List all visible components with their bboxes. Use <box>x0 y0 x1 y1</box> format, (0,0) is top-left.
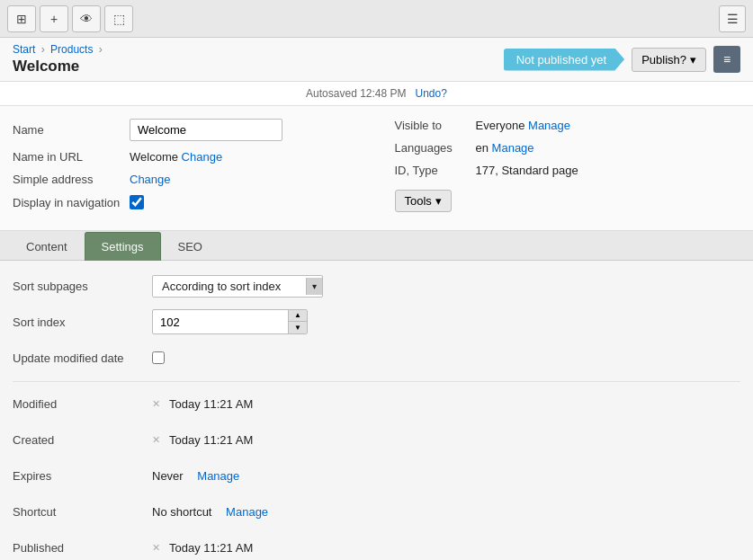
update-modified-row: Update modified date <box>13 345 740 370</box>
display-in-nav-row: Display in navigation <box>13 195 359 209</box>
update-modified-checkbox[interactable] <box>152 351 165 364</box>
display-in-nav-checkbox[interactable] <box>130 195 144 209</box>
modified-value: ✕ Today 11:21 AM <box>152 397 253 411</box>
breadcrumb-area: Start › Products › Welcome <box>13 43 105 76</box>
visible-to-label: Visible to <box>395 119 476 132</box>
main-form: Name Name in URL Welcome Change Simple a… <box>0 106 753 231</box>
publish-button[interactable]: Publish? ▾ <box>632 48 706 72</box>
sort-select-text: According to sort index <box>153 276 306 297</box>
created-value: ✕ Today 11:21 AM <box>152 433 253 447</box>
publish-label: Publish? <box>641 53 686 67</box>
toolbar: ⊞ + 👁 ⬚ ☰ <box>0 0 753 38</box>
modified-row: Modified ✕ Today 11:21 AM <box>13 391 740 416</box>
published-label: Published <box>13 541 152 555</box>
menu-icon: ☰ <box>727 12 739 26</box>
id-type-label: ID, Type <box>395 164 476 177</box>
created-clear-icon[interactable]: ✕ <box>152 434 160 446</box>
image-button[interactable]: ⬚ <box>104 5 133 32</box>
languages-manage-link[interactable]: Manage <box>492 141 534 155</box>
expires-row: Expires Never Manage <box>13 463 740 488</box>
name-in-url-label: Name in URL <box>13 150 130 164</box>
sort-subpages-label: Sort subpages <box>13 280 152 293</box>
breadcrumb: Start › Products › <box>13 43 105 56</box>
sort-index-row: Sort index ▲ ▼ <box>13 309 740 334</box>
sort-index-container: ▲ ▼ <box>152 309 308 334</box>
simple-address-row: Simple address Change <box>13 173 359 186</box>
id-type-row: ID, Type 177, Standard page <box>395 164 741 177</box>
visible-to-value: Everyone <box>476 119 525 132</box>
tab-seo[interactable]: SEO <box>161 232 220 261</box>
breadcrumb-products[interactable]: Products <box>50 43 93 56</box>
id-type-value: 177, Standard page <box>476 164 578 177</box>
name-in-url-change-link[interactable]: Change <box>182 150 223 164</box>
update-modified-value <box>152 351 165 364</box>
image-icon: ⬚ <box>113 12 125 26</box>
add-button[interactable]: + <box>40 5 68 32</box>
divider1 <box>13 381 740 382</box>
sort-index-input[interactable] <box>153 312 288 333</box>
expires-manage-link[interactable]: Manage <box>197 469 239 483</box>
preview-button[interactable]: 👁 <box>72 5 101 32</box>
shortcut-text: No shortcut <box>152 505 211 519</box>
sort-index-value: ▲ ▼ <box>152 309 308 334</box>
name-in-url-value: Welcome <box>130 150 178 164</box>
not-published-badge: Not published yet <box>504 49 624 71</box>
spin-down-button[interactable]: ▼ <box>289 322 307 333</box>
published-row: Published ✕ Today 11:21 AM <box>13 535 740 560</box>
simple-address-change-link[interactable]: Change <box>130 173 171 186</box>
form-right: Visible to Everyone Manage Languages en … <box>395 119 741 221</box>
expires-value: Never Manage <box>152 469 239 483</box>
publish-area: Not published yet Publish? ▾ ≡ <box>504 46 740 73</box>
update-modified-label: Update modified date <box>13 351 152 365</box>
modified-clear-icon[interactable]: ✕ <box>152 398 160 410</box>
display-in-nav-label: Display in navigation <box>13 196 130 209</box>
languages-row: Languages en Manage <box>395 141 741 155</box>
languages-label: Languages <box>395 141 476 155</box>
created-row: Created ✕ Today 11:21 AM <box>13 427 740 452</box>
simple-address-label: Simple address <box>13 173 130 186</box>
tab-content[interactable]: Content <box>9 232 85 261</box>
autosave-bar: Autosaved 12:48 PM Undo? <box>0 82 753 106</box>
published-value: ✕ Today 11:21 AM <box>152 541 253 555</box>
undo-link[interactable]: Undo? <box>416 87 447 100</box>
expires-text: Never <box>152 469 184 483</box>
visible-manage-link[interactable]: Manage <box>528 119 570 132</box>
breadcrumb-sep1: › <box>41 43 45 56</box>
tools-arrow-icon: ▾ <box>435 194 442 208</box>
breadcrumb-start[interactable]: Start <box>13 43 35 56</box>
shortcut-manage-link[interactable]: Manage <box>226 505 268 519</box>
name-input[interactable] <box>130 119 282 141</box>
spin-buttons: ▲ ▼ <box>288 310 307 333</box>
grid-button[interactable]: ⊞ <box>7 5 36 32</box>
menu-button[interactable]: ☰ <box>719 5 746 32</box>
list-view-button[interactable]: ≡ <box>713 46 740 73</box>
expires-label: Expires <box>13 469 152 483</box>
sort-subpages-value: According to sort index ▾ <box>152 275 323 298</box>
spin-up-button[interactable]: ▲ <box>289 310 307 322</box>
tools-button[interactable]: Tools ▾ <box>395 190 452 212</box>
published-clear-icon[interactable]: ✕ <box>152 542 160 554</box>
settings-content: Sort subpages According to sort index ▾ … <box>0 261 753 560</box>
name-row: Name <box>13 119 359 141</box>
page-header: Start › Products › Welcome Not published… <box>0 38 753 82</box>
eye-icon: 👁 <box>80 12 93 26</box>
shortcut-value: No shortcut Manage <box>152 505 268 519</box>
sort-index-label: Sort index <box>13 316 152 329</box>
created-time: Today 11:21 AM <box>169 433 253 447</box>
plus-icon: + <box>50 12 58 26</box>
name-in-url-row: Name in URL Welcome Change <box>13 150 359 164</box>
modified-time: Today 11:21 AM <box>169 397 253 411</box>
list-icon: ≡ <box>723 52 731 67</box>
sort-subpages-row: Sort subpages According to sort index ▾ <box>13 273 740 298</box>
sort-dropdown-button[interactable]: ▾ <box>306 278 322 295</box>
tab-settings[interactable]: Settings <box>85 232 161 261</box>
autosave-text: Autosaved 12:48 PM <box>306 87 406 100</box>
tabs-bar: Content Settings SEO <box>0 231 753 261</box>
tools-label: Tools <box>405 194 432 208</box>
name-label: Name <box>13 123 130 137</box>
form-left: Name Name in URL Welcome Change Simple a… <box>13 119 359 221</box>
sort-select-container: According to sort index ▾ <box>152 275 323 298</box>
publish-arrow-icon: ▾ <box>690 53 696 67</box>
breadcrumb-sep2: › <box>99 43 103 56</box>
tools-row: Tools ▾ <box>395 186 741 212</box>
